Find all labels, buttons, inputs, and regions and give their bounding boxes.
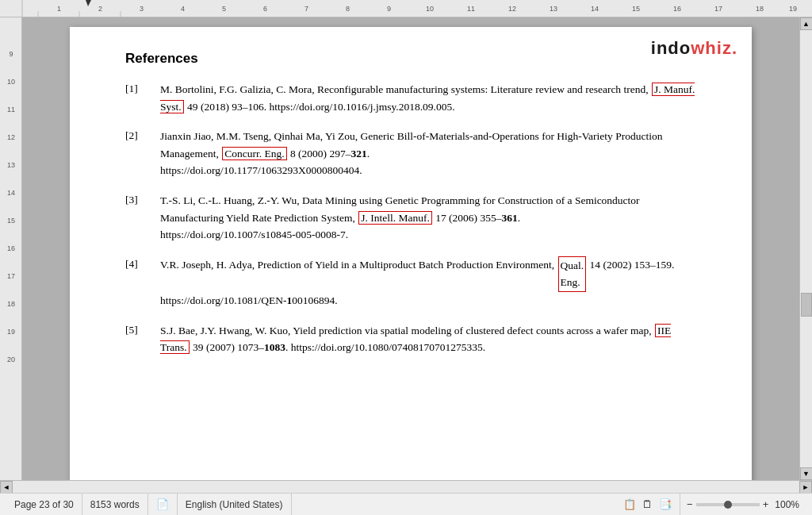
zoom-percent: 100% — [775, 499, 799, 510]
reference-1: [1] M. Bortolini, F.G. Galizia, C. Mora,… — [125, 81, 696, 115]
view-icons[interactable]: 📋 🗒 📑 — [615, 494, 680, 515]
svg-text:10: 10 — [426, 5, 434, 13]
status-bar: Page 23 of 30 8153 words 📄 English (Unit… — [0, 493, 812, 515]
svg-text:15: 15 — [6, 217, 14, 225]
svg-text:9: 9 — [387, 5, 391, 13]
references-section: [1] M. Bortolini, F.G. Galizia, C. Mora,… — [125, 81, 696, 356]
ref-num-1: [1] — [125, 81, 160, 98]
word-count-text: 8153 words — [90, 499, 140, 510]
scrollbar-track-right[interactable] — [800, 30, 813, 467]
ref-num-3: [3] — [125, 192, 160, 209]
language-text: English (United States) — [186, 499, 283, 510]
svg-text:9: 9 — [9, 50, 13, 58]
page-title: References — [125, 51, 696, 67]
scroll-down-arrow[interactable]: ▼ — [800, 467, 813, 480]
reference-4: [4] V.R. Joseph, H. Adya, Prediction of … — [125, 256, 696, 309]
reference-3: [3] T.-S. Li, C.-L. Huang, Z.-Y. Wu, Dat… — [125, 192, 696, 244]
ref-text-5: S.J. Bae, J.Y. Hwang, W. Kuo, Yield pred… — [160, 322, 696, 356]
svg-text:13: 13 — [550, 5, 557, 13]
svg-text:2: 2 — [98, 5, 102, 13]
scrollbar-track-bottom[interactable] — [13, 481, 799, 494]
page-info-text: Page 23 of 30 — [14, 499, 74, 510]
scrollbar-right[interactable]: ▲ ▼ — [799, 17, 812, 480]
ref-text-3: T.-S. Li, C.-L. Huang, Z.-Y. Wu, Data Mi… — [160, 192, 696, 244]
watermark: indowhiz. — [651, 38, 737, 59]
reference-2: [2] Jianxin Jiao, M.M. Tseng, Qinhai Ma,… — [125, 128, 696, 179]
svg-text:10: 10 — [6, 78, 14, 86]
svg-text:17: 17 — [6, 272, 14, 280]
svg-text:19: 19 — [6, 328, 14, 336]
svg-text:19: 19 — [789, 5, 797, 13]
zoom-control[interactable]: − + 100% — [680, 498, 806, 510]
ref-text-2: Jianxin Jiao, M.M. Tseng, Qinhai Ma, Yi … — [160, 128, 696, 179]
svg-text:13: 13 — [6, 161, 14, 169]
scroll-left-arrow[interactable]: ◄ — [0, 481, 13, 494]
svg-text:1: 1 — [57, 5, 61, 13]
zoom-in-button[interactable]: + — [763, 498, 769, 510]
svg-text:18: 18 — [756, 5, 764, 13]
journal-box-4: Qual.Eng. — [558, 256, 587, 292]
language: English (United States) — [178, 494, 292, 515]
svg-text:8: 8 — [346, 5, 350, 13]
ruler-top-svg: 1 2 3 4 5 6 7 8 9 10 11 12 13 14 15 16 1… — [0, 0, 812, 17]
scroll-up-arrow[interactable]: ▲ — [800, 17, 813, 30]
watermark-whiz: whiz. — [691, 38, 737, 58]
svg-text:3: 3 — [140, 5, 144, 13]
svg-text:11: 11 — [6, 106, 14, 113]
outline-icon[interactable]: 📑 — [659, 498, 672, 510]
scrollbar-thumb-right[interactable] — [801, 293, 812, 317]
svg-text:6: 6 — [263, 5, 267, 13]
ruler-left: 9 10 11 12 13 14 15 16 17 18 19 20 — [0, 17, 22, 480]
journal-box-5: IIE Trans. — [160, 324, 671, 355]
web-layout-icon[interactable]: 🗒 — [642, 498, 653, 510]
journal-box-2: Concurr. Eng. — [222, 147, 286, 160]
zoom-slider[interactable] — [696, 503, 760, 506]
svg-text:20: 20 — [6, 356, 14, 363]
svg-text:4: 4 — [181, 5, 185, 13]
svg-text:16: 16 — [673, 5, 681, 13]
svg-text:7: 7 — [304, 5, 308, 13]
zoom-out-button[interactable]: − — [687, 498, 693, 510]
svg-text:11: 11 — [467, 5, 475, 13]
svg-text:18: 18 — [6, 300, 14, 308]
ruler-top: 1 2 3 4 5 6 7 8 9 10 11 12 13 14 15 16 1… — [0, 0, 812, 17]
svg-text:14: 14 — [591, 5, 599, 13]
ref-num-4: [4] — [125, 256, 160, 273]
zoom-slider-thumb[interactable] — [724, 501, 732, 509]
reference-5: [5] S.J. Bae, J.Y. Hwang, W. Kuo, Yield … — [125, 322, 696, 356]
document-area: indowhiz. References [1] M. Bortolini, F… — [22, 17, 799, 480]
svg-text:17: 17 — [714, 5, 722, 13]
ref-text-1: M. Bortolini, F.G. Galizia, C. Mora, Rec… — [160, 81, 696, 115]
page-info: Page 23 of 30 — [6, 494, 82, 515]
document-icon: 📄 — [156, 498, 169, 510]
ref-num-2: [2] — [125, 128, 160, 144]
ref-text-4: V.R. Joseph, H. Adya, Prediction of Yiel… — [160, 256, 696, 309]
main-area: 9 10 11 12 13 14 15 16 17 18 19 20 indow… — [0, 17, 812, 480]
svg-text:5: 5 — [222, 5, 226, 13]
journal-box-3: J. Intell. Manuf. — [358, 211, 432, 225]
watermark-indo: indo — [651, 38, 691, 58]
svg-text:15: 15 — [632, 5, 640, 13]
document-icon-item: 📄 — [148, 494, 178, 515]
word-count: 8153 words — [82, 494, 148, 515]
ruler-left-svg: 9 10 11 12 13 14 15 16 17 18 19 20 — [0, 21, 22, 480]
svg-rect-0 — [0, 0, 812, 17]
scroll-right-arrow[interactable]: ► — [799, 481, 812, 494]
svg-text:14: 14 — [6, 189, 14, 197]
journal-box-1: J. Manuf. Syst. — [160, 83, 695, 113]
print-layout-icon[interactable]: 📋 — [623, 498, 636, 510]
scrollbar-bottom[interactable]: ◄ ► — [0, 480, 812, 493]
ref-num-5: [5] — [125, 322, 160, 339]
svg-text:12: 12 — [6, 133, 14, 141]
document-page: indowhiz. References [1] M. Bortolini, F… — [70, 27, 752, 480]
svg-text:16: 16 — [6, 244, 14, 252]
svg-text:12: 12 — [508, 5, 516, 13]
